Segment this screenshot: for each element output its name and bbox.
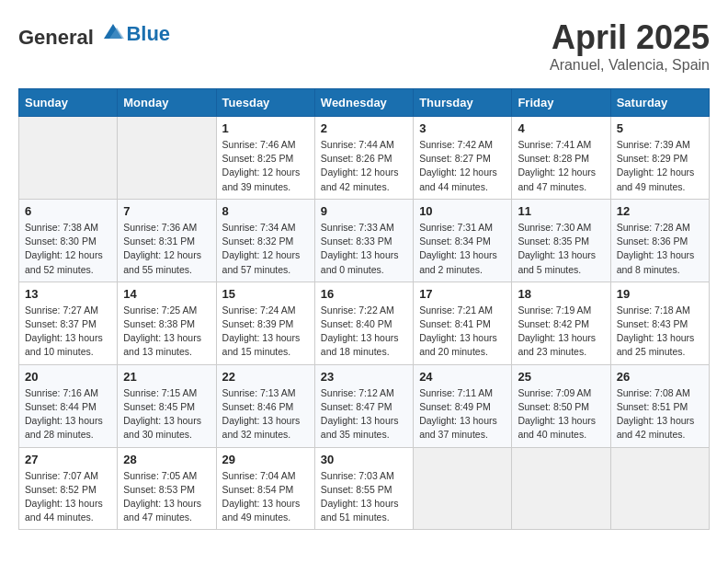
day-number: 6 (25, 204, 111, 218)
calendar-cell: 22Sunrise: 7:13 AM Sunset: 8:46 PM Dayli… (216, 364, 314, 447)
calendar-cell (19, 117, 118, 200)
calendar-week-row: 27Sunrise: 7:07 AM Sunset: 8:52 PM Dayli… (19, 447, 710, 530)
day-number: 27 (25, 453, 111, 466)
day-info: Sunrise: 7:41 AM Sunset: 8:28 PM Dayligh… (518, 138, 604, 194)
calendar-cell: 1Sunrise: 7:46 AM Sunset: 8:25 PM Daylig… (216, 117, 314, 200)
day-info: Sunrise: 7:07 AM Sunset: 8:52 PM Dayligh… (25, 469, 111, 525)
calendar-cell: 16Sunrise: 7:22 AM Sunset: 8:40 PM Dayli… (314, 282, 413, 364)
day-number: 23 (321, 370, 407, 384)
day-number: 28 (123, 453, 210, 466)
day-info: Sunrise: 7:25 AM Sunset: 8:38 PM Dayligh… (123, 304, 210, 360)
day-number: 12 (617, 204, 703, 218)
day-of-week-header: Saturday (610, 89, 709, 117)
calendar-cell: 4Sunrise: 7:41 AM Sunset: 8:28 PM Daylig… (512, 117, 610, 200)
day-number: 5 (617, 121, 703, 135)
day-number: 17 (419, 287, 506, 301)
calendar-cell (414, 447, 512, 530)
day-number: 10 (419, 204, 506, 218)
calendar-week-row: 6Sunrise: 7:38 AM Sunset: 8:30 PM Daylig… (19, 199, 710, 282)
day-info: Sunrise: 7:12 AM Sunset: 8:47 PM Dayligh… (321, 386, 407, 442)
calendar-cell: 7Sunrise: 7:36 AM Sunset: 8:31 PM Daylig… (118, 199, 216, 282)
day-number: 11 (518, 204, 604, 218)
calendar-cell: 11Sunrise: 7:30 AM Sunset: 8:35 PM Dayli… (512, 199, 610, 282)
day-number: 25 (518, 370, 604, 384)
day-info: Sunrise: 7:28 AM Sunset: 8:36 PM Dayligh… (617, 221, 703, 277)
calendar-cell: 12Sunrise: 7:28 AM Sunset: 8:36 PM Dayli… (610, 199, 709, 282)
day-number: 29 (222, 453, 309, 466)
logo: General Blue (18, 18, 170, 50)
day-info: Sunrise: 7:24 AM Sunset: 8:39 PM Dayligh… (222, 304, 309, 360)
day-number: 9 (321, 204, 407, 218)
calendar-cell: 30Sunrise: 7:03 AM Sunset: 8:55 PM Dayli… (314, 447, 413, 530)
calendar: SundayMondayTuesdayWednesdayThursdayFrid… (18, 88, 710, 530)
day-number: 30 (321, 453, 407, 466)
day-number: 21 (123, 370, 210, 384)
day-number: 19 (617, 287, 703, 301)
day-info: Sunrise: 7:09 AM Sunset: 8:50 PM Dayligh… (518, 386, 604, 442)
calendar-cell (118, 117, 216, 200)
day-info: Sunrise: 7:03 AM Sunset: 8:55 PM Dayligh… (321, 469, 407, 525)
logo-icon (100, 18, 126, 44)
calendar-cell: 20Sunrise: 7:16 AM Sunset: 8:44 PM Dayli… (19, 364, 118, 447)
calendar-header-row: SundayMondayTuesdayWednesdayThursdayFrid… (19, 89, 710, 117)
logo-general: General (18, 26, 94, 49)
calendar-week-row: 20Sunrise: 7:16 AM Sunset: 8:44 PM Dayli… (19, 364, 710, 447)
day-info: Sunrise: 7:08 AM Sunset: 8:51 PM Dayligh… (617, 386, 703, 442)
day-info: Sunrise: 7:18 AM Sunset: 8:43 PM Dayligh… (617, 304, 703, 360)
day-number: 14 (123, 287, 210, 301)
day-of-week-header: Monday (118, 89, 216, 117)
day-number: 1 (222, 121, 309, 135)
day-info: Sunrise: 7:42 AM Sunset: 8:27 PM Dayligh… (419, 138, 506, 194)
day-info: Sunrise: 7:36 AM Sunset: 8:31 PM Dayligh… (123, 221, 210, 277)
day-info: Sunrise: 7:04 AM Sunset: 8:54 PM Dayligh… (222, 469, 309, 525)
day-info: Sunrise: 7:15 AM Sunset: 8:45 PM Dayligh… (123, 386, 210, 442)
day-number: 24 (419, 370, 506, 384)
calendar-cell: 3Sunrise: 7:42 AM Sunset: 8:27 PM Daylig… (414, 117, 512, 200)
calendar-cell: 18Sunrise: 7:19 AM Sunset: 8:42 PM Dayli… (512, 282, 610, 364)
day-info: Sunrise: 7:05 AM Sunset: 8:53 PM Dayligh… (123, 469, 210, 525)
day-info: Sunrise: 7:38 AM Sunset: 8:30 PM Dayligh… (25, 221, 111, 277)
calendar-week-row: 13Sunrise: 7:27 AM Sunset: 8:37 PM Dayli… (19, 282, 710, 364)
calendar-cell: 27Sunrise: 7:07 AM Sunset: 8:52 PM Dayli… (19, 447, 118, 530)
day-number: 18 (518, 287, 604, 301)
location-title: Aranuel, Valencia, Spain (550, 57, 710, 74)
calendar-cell: 14Sunrise: 7:25 AM Sunset: 8:38 PM Dayli… (118, 282, 216, 364)
day-number: 2 (321, 121, 407, 135)
calendar-cell: 25Sunrise: 7:09 AM Sunset: 8:50 PM Dayli… (512, 364, 610, 447)
day-info: Sunrise: 7:46 AM Sunset: 8:25 PM Dayligh… (222, 138, 309, 194)
day-number: 13 (25, 287, 111, 301)
calendar-cell: 17Sunrise: 7:21 AM Sunset: 8:41 PM Dayli… (414, 282, 512, 364)
day-number: 22 (222, 370, 309, 384)
calendar-cell: 21Sunrise: 7:15 AM Sunset: 8:45 PM Dayli… (118, 364, 216, 447)
day-number: 8 (222, 204, 309, 218)
logo-blue: Blue (126, 22, 170, 45)
calendar-cell: 8Sunrise: 7:34 AM Sunset: 8:32 PM Daylig… (216, 199, 314, 282)
calendar-cell: 28Sunrise: 7:05 AM Sunset: 8:53 PM Dayli… (118, 447, 216, 530)
calendar-cell: 29Sunrise: 7:04 AM Sunset: 8:54 PM Dayli… (216, 447, 314, 530)
calendar-week-row: 1Sunrise: 7:46 AM Sunset: 8:25 PM Daylig… (19, 117, 710, 200)
day-info: Sunrise: 7:39 AM Sunset: 8:29 PM Dayligh… (617, 138, 703, 194)
day-info: Sunrise: 7:11 AM Sunset: 8:49 PM Dayligh… (419, 386, 506, 442)
day-info: Sunrise: 7:31 AM Sunset: 8:34 PM Dayligh… (419, 221, 506, 277)
day-info: Sunrise: 7:19 AM Sunset: 8:42 PM Dayligh… (518, 304, 604, 360)
day-info: Sunrise: 7:16 AM Sunset: 8:44 PM Dayligh… (25, 386, 111, 442)
calendar-cell: 23Sunrise: 7:12 AM Sunset: 8:47 PM Dayli… (314, 364, 413, 447)
calendar-cell: 5Sunrise: 7:39 AM Sunset: 8:29 PM Daylig… (610, 117, 709, 200)
calendar-cell: 9Sunrise: 7:33 AM Sunset: 8:33 PM Daylig… (314, 199, 413, 282)
day-info: Sunrise: 7:33 AM Sunset: 8:33 PM Dayligh… (321, 221, 407, 277)
calendar-cell: 10Sunrise: 7:31 AM Sunset: 8:34 PM Dayli… (414, 199, 512, 282)
title-area: April 2025 Aranuel, Valencia, Spain (550, 18, 710, 74)
day-info: Sunrise: 7:21 AM Sunset: 8:41 PM Dayligh… (419, 304, 506, 360)
calendar-cell (512, 447, 610, 530)
day-of-week-header: Sunday (19, 89, 118, 117)
calendar-cell: 24Sunrise: 7:11 AM Sunset: 8:49 PM Dayli… (414, 364, 512, 447)
day-info: Sunrise: 7:27 AM Sunset: 8:37 PM Dayligh… (25, 304, 111, 360)
calendar-cell (610, 447, 709, 530)
calendar-cell: 26Sunrise: 7:08 AM Sunset: 8:51 PM Dayli… (610, 364, 709, 447)
day-number: 20 (25, 370, 111, 384)
calendar-cell: 13Sunrise: 7:27 AM Sunset: 8:37 PM Dayli… (19, 282, 118, 364)
day-number: 16 (321, 287, 407, 301)
day-info: Sunrise: 7:22 AM Sunset: 8:40 PM Dayligh… (321, 304, 407, 360)
calendar-cell: 6Sunrise: 7:38 AM Sunset: 8:30 PM Daylig… (19, 199, 118, 282)
day-of-week-header: Wednesday (314, 89, 413, 117)
